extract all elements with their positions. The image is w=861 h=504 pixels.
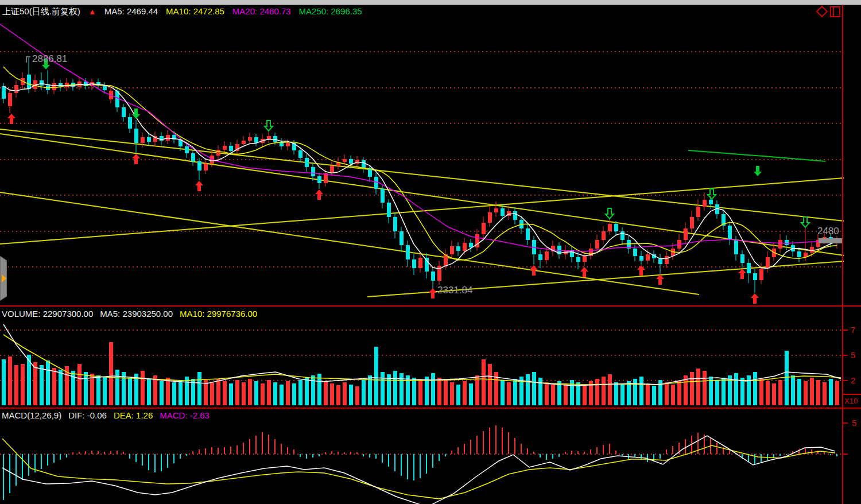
candle-body — [753, 273, 757, 280]
candle-body — [141, 137, 145, 143]
candle-body — [197, 161, 201, 170]
volume-bar — [343, 382, 347, 405]
volume-bar — [766, 381, 770, 405]
candle-body — [658, 258, 662, 264]
candle-body — [639, 256, 643, 261]
volume-bars-layer — [2, 324, 841, 405]
candle-body — [456, 246, 460, 251]
candle-body — [330, 166, 334, 173]
candle-body — [703, 200, 707, 207]
volume-bar — [330, 383, 334, 405]
candle-body — [374, 177, 378, 189]
volume-bar — [147, 379, 151, 405]
candle-body — [740, 254, 744, 263]
volume-bar — [229, 383, 233, 405]
candle-body — [463, 243, 467, 251]
candle-body — [633, 249, 637, 256]
volume-bar — [526, 374, 530, 405]
candle-body — [501, 208, 505, 216]
split-window-icon[interactable] — [831, 7, 840, 17]
volume-bar — [829, 379, 833, 405]
chart-canvas[interactable] — [0, 0, 861, 504]
left-panel-expander[interactable] — [0, 256, 7, 301]
candle-body — [709, 200, 713, 204]
volume-bar — [475, 375, 479, 405]
volume-bar — [52, 368, 56, 405]
candle-body — [311, 167, 315, 176]
candle-body — [381, 189, 385, 203]
candle-body — [204, 164, 208, 170]
candle-body — [27, 75, 31, 89]
volume-unit-label: X10 — [844, 397, 858, 405]
candle-body — [488, 212, 492, 223]
volume-bar — [216, 379, 220, 405]
ma-lines-layer — [0, 24, 843, 269]
axis-layer — [0, 5, 861, 504]
volume-bar — [362, 380, 366, 405]
vol-axis-label-5: 5 — [851, 350, 855, 360]
symbol-title[interactable]: 上证50(日线.前复权) — [2, 6, 80, 16]
macd-axis-label-5: 5 — [852, 418, 856, 428]
volume-bar — [84, 372, 88, 405]
volume-bar — [437, 378, 441, 405]
candle-body — [147, 137, 151, 142]
candle-body — [103, 86, 107, 90]
volume-bar — [620, 385, 625, 405]
volume-bar — [608, 374, 612, 405]
volume-header: VOLUME: 22907300.00MA5: 23903250.00MA10:… — [2, 309, 264, 319]
macd-layer — [2, 425, 837, 504]
volume-bar — [40, 365, 44, 405]
candle-body — [759, 269, 763, 280]
vol-axis-label-2: 2 — [851, 375, 855, 385]
volume-bar — [722, 378, 726, 405]
sell-arrow-icon — [132, 108, 140, 119]
volume-bar — [696, 369, 700, 405]
candle-body — [734, 240, 738, 254]
volume-bar — [545, 382, 549, 405]
volume-bar — [469, 383, 473, 405]
volume-bar — [797, 379, 801, 405]
candle-body — [393, 217, 397, 231]
candle-body — [450, 246, 454, 254]
volume-bar — [96, 375, 100, 405]
candle-body — [418, 258, 422, 268]
diamond-icon[interactable] — [817, 6, 827, 17]
volume-bar — [235, 380, 239, 405]
buy-arrow-icon — [195, 181, 203, 191]
volume-bar — [21, 364, 25, 405]
volume-bar — [305, 378, 309, 405]
volume-bar — [482, 359, 486, 405]
volume-bar — [179, 380, 183, 405]
volume-bar — [90, 374, 94, 405]
volume-bar — [671, 385, 675, 405]
volume-bar — [444, 380, 448, 405]
volume-bar — [835, 381, 839, 405]
volume-bar — [406, 375, 410, 405]
candle-body — [2, 86, 6, 99]
candle-body — [576, 257, 580, 262]
volume-bar — [115, 370, 119, 405]
candle-body — [400, 231, 404, 245]
candle-body — [317, 176, 321, 183]
candle-body — [778, 240, 782, 249]
volume-bar — [292, 383, 296, 405]
candle-body — [8, 93, 12, 106]
candle-body — [425, 258, 429, 272]
candle-body — [267, 136, 271, 139]
volume-bar — [488, 364, 492, 405]
volume-bar — [412, 378, 416, 405]
volume-bar — [8, 356, 12, 405]
volume-bar — [602, 377, 606, 405]
candle-body — [494, 208, 498, 212]
candle-body — [595, 240, 599, 249]
candle-body — [362, 160, 366, 168]
volume-bar — [703, 371, 707, 405]
candle-body — [128, 117, 132, 129]
volume-bar — [715, 380, 719, 405]
main-chart-header: 上证50(日线.前复权)▲MA5: 2469.44MA10: 2472.85MA… — [2, 6, 370, 17]
volume-bar — [595, 379, 599, 405]
volume-bar — [400, 373, 404, 405]
volume-bar — [463, 381, 467, 405]
volume-bar — [311, 375, 315, 405]
dif-value: DIF: -0.06 — [68, 410, 107, 420]
